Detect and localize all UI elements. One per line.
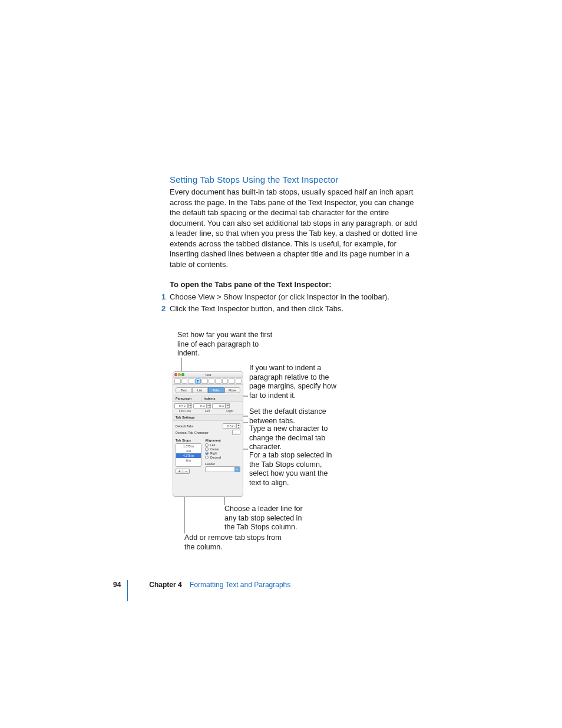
align-option-label: Left xyxy=(210,443,215,447)
minimize-dot-icon[interactable] xyxy=(178,373,181,376)
align-decimal-option[interactable]: Decimal xyxy=(205,456,240,459)
alignment-heading: Alignment xyxy=(205,439,240,442)
align-right-option[interactable]: Right xyxy=(205,452,240,455)
right-label: Right xyxy=(219,409,240,413)
callout-first-line-indent: Set how far you want the first line of e… xyxy=(177,331,277,358)
align-center-option[interactable]: Center xyxy=(205,447,240,451)
stepper-down-icon[interactable]: ▾ xyxy=(188,406,192,409)
step-text: Choose View > Show Inspector (or click I… xyxy=(170,292,389,301)
window-titlebar: Text xyxy=(173,372,243,378)
radio-icon[interactable] xyxy=(205,447,209,451)
main-content: Setting Tab Stops Using the Text Inspect… xyxy=(170,174,423,314)
inspector-icon-row: T xyxy=(173,378,243,385)
radio-icon[interactable] xyxy=(205,443,209,447)
step-number: 1 xyxy=(161,291,166,303)
add-tab-stop-button[interactable]: + xyxy=(176,469,183,474)
traffic-lights xyxy=(174,373,184,376)
tab-stop-item[interactable]: 1.375 in xyxy=(176,444,201,449)
align-option-label: Decimal xyxy=(210,456,221,459)
dropdown-icon[interactable]: ▾ xyxy=(234,467,240,472)
first-line-value[interactable]: 0.5 in xyxy=(174,403,188,409)
indents-heading: Indents xyxy=(202,396,216,401)
radio-icon[interactable] xyxy=(205,456,209,459)
diagram: Set how far you want the first line of e… xyxy=(170,327,423,563)
callout-leader: Choose a leader line for any tab stop se… xyxy=(224,505,313,532)
default-tabs-stepper[interactable]: 0.5 in ▴▾ xyxy=(223,423,240,429)
callout-add-remove: Add or remove tab stops from the column. xyxy=(184,533,287,552)
steps-list: 1Choose View > Show Inspector (or click … xyxy=(170,291,423,314)
align-option-label: Center xyxy=(210,447,219,451)
default-tabs-label: Default Tabs xyxy=(176,424,193,428)
first-line-label: First Line xyxy=(174,409,196,413)
document-inspector-icon[interactable] xyxy=(174,378,181,384)
window-title: Text xyxy=(204,373,211,377)
step-2: 2Click the Text Inspector button, and th… xyxy=(170,303,423,315)
left-indent-value[interactable]: 0 in xyxy=(193,403,207,409)
callout-decimal-char: Type a new character to change the decim… xyxy=(249,424,338,452)
callout-alignment: For a tab stop selected in the Tab Stops… xyxy=(249,451,338,488)
tab-stop-item-selected[interactable]: 4.375 in xyxy=(176,453,201,458)
tab-settings-body: Default Tabs 0.5 in ▴▾ Decimal Tab Chara… xyxy=(173,421,243,439)
tab-stop-item[interactable]: 3 in xyxy=(176,449,201,453)
callout-default-tabs: Set the default distance between tabs. xyxy=(249,407,338,426)
chapter-label: Chapter 4 xyxy=(149,581,181,589)
paragraph-indents-header: Paragraph Indents xyxy=(173,396,243,402)
graphic-inspector-icon[interactable] xyxy=(201,378,208,384)
wrap-inspector-icon[interactable] xyxy=(188,378,194,384)
left-indent-stepper[interactable]: 0 in ▴▾ xyxy=(193,403,211,409)
first-line-stepper[interactable]: 0.5 in ▴▾ xyxy=(174,403,192,409)
step-number: 2 xyxy=(161,303,166,315)
subtab-tabs[interactable]: Tabs xyxy=(208,387,224,393)
layout-inspector-icon[interactable] xyxy=(181,378,188,384)
text-inspector-icon[interactable]: T xyxy=(195,378,201,384)
stepper-down-icon[interactable]: ▾ xyxy=(226,406,230,409)
metrics-inspector-icon[interactable] xyxy=(209,378,215,384)
zoom-dot-icon[interactable] xyxy=(181,373,184,376)
howto-heading: To open the Tabs pane of the Text Inspec… xyxy=(170,280,423,289)
tab-stops-list[interactable]: 1.375 in 3 in 4.375 in 6 in xyxy=(176,443,201,467)
stepper-down-icon[interactable]: ▾ xyxy=(207,406,211,409)
subtab-more[interactable]: More xyxy=(224,387,241,393)
tab-settings-header: Tab Settings xyxy=(173,414,243,421)
stepper-down-icon[interactable]: ▾ xyxy=(236,426,240,429)
tab-stops-heading: Tab Stops xyxy=(176,439,201,442)
tabstops-columns: Tab Stops 1.375 in 3 in 4.375 in 6 in + … xyxy=(173,439,243,474)
section-heading: Setting Tab Stops Using the Text Inspect… xyxy=(170,174,423,185)
document-page: Setting Tab Stops Using the Text Inspect… xyxy=(0,0,562,728)
step-1: 1Choose View > Show Inspector (or click … xyxy=(170,291,423,303)
page-footer: 94 Chapter 4 Formatting Text and Paragra… xyxy=(113,581,443,589)
subtab-list[interactable]: List xyxy=(192,387,209,393)
left-label: Left xyxy=(197,409,218,413)
default-tabs-value[interactable]: 0.5 in xyxy=(223,423,236,429)
decimal-char-label: Decimal Tab Character xyxy=(176,431,209,434)
chart-inspector-icon[interactable] xyxy=(222,378,229,384)
subtab-text[interactable]: Text xyxy=(176,387,192,393)
chapter-line: Chapter 4 Formatting Text and Paragraphs xyxy=(149,581,290,589)
tab-stop-item[interactable]: 6 in xyxy=(176,458,201,463)
step-text: Click the Text Inspector button, and the… xyxy=(170,304,343,313)
decimal-char-field[interactable]: . xyxy=(232,430,240,435)
chapter-title: Formatting Text and Paragraphs xyxy=(190,581,290,589)
leader-label: Leader xyxy=(205,462,240,466)
right-indent-value[interactable]: 0 in xyxy=(212,403,226,409)
text-inspector-panel: Text T Text List Tabs More xyxy=(173,371,243,497)
radio-selected-icon[interactable] xyxy=(205,452,209,455)
subtab-row: Text List Tabs More xyxy=(176,387,240,393)
page-number: 94 xyxy=(113,581,121,589)
leader-select[interactable]: ▾ xyxy=(205,466,240,472)
link-inspector-icon[interactable] xyxy=(229,378,235,384)
intro-paragraph: Every document has built-in tab stops, u… xyxy=(170,187,423,269)
remove-tab-stop-button[interactable]: − xyxy=(183,469,190,474)
quicktime-inspector-icon[interactable] xyxy=(236,378,242,384)
indents-row: 0.5 in ▴▾ 0 in ▴▾ 0 in ▴▾ xyxy=(173,402,243,409)
indents-labels: First Line Left Right xyxy=(173,409,243,414)
callout-paragraph-indent: If you want to indent a paragraph relati… xyxy=(249,364,338,401)
close-dot-icon[interactable] xyxy=(174,373,177,376)
paragraph-heading: Paragraph xyxy=(176,396,202,401)
right-indent-stepper[interactable]: 0 in ▴▾ xyxy=(212,403,230,409)
align-option-label: Right xyxy=(210,452,217,455)
table-inspector-icon[interactable] xyxy=(215,378,222,384)
align-left-option[interactable]: Left xyxy=(205,443,240,447)
